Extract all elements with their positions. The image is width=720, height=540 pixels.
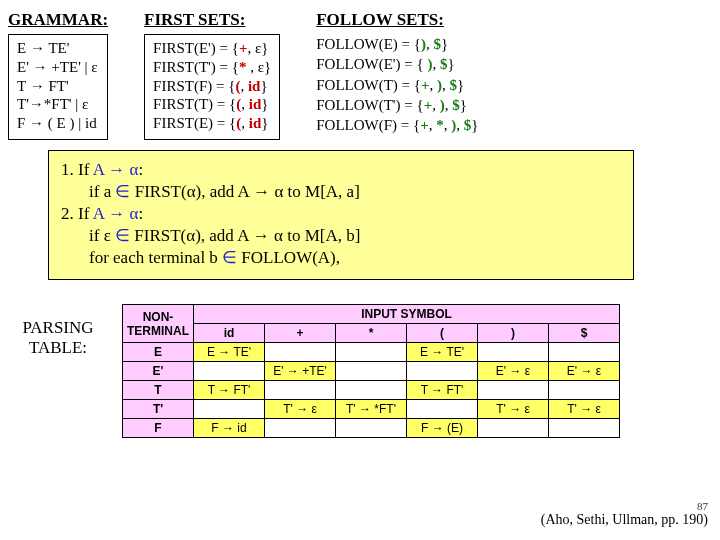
citation: 87 (Aho, Sethi, Ullman, pp. 190): [541, 500, 708, 528]
cell: [336, 343, 407, 362]
rule-line: if ε ∈ FIRST(α), add A → α to M[A, b]: [61, 225, 621, 247]
slide-number: 87: [541, 500, 708, 512]
rules-box: 1. If A → α: if a ∈ FIRST(α), add A → α …: [48, 150, 634, 280]
ptable-col-star: *: [336, 324, 407, 343]
cell: [194, 362, 265, 381]
grammar-rule: E → TE': [17, 39, 99, 58]
grammar-rule: F → ( E ) | id: [17, 114, 99, 133]
cell: [194, 400, 265, 419]
cell: [265, 419, 336, 438]
follow-line: FOLLOW(T) = {+, ), $}: [316, 75, 478, 95]
table-row: F F → id F → (E): [123, 419, 620, 438]
ptable-col-plus: +: [265, 324, 336, 343]
cell: [336, 381, 407, 400]
first-line: FIRST(E') = {+, ε}: [153, 39, 271, 58]
cell: T' → ε: [265, 400, 336, 419]
cell: E' → ε: [478, 362, 549, 381]
cell: E' → +TE': [265, 362, 336, 381]
cell: [265, 381, 336, 400]
parsing-table: NON- TERMINAL INPUT SYMBOL id + * ( ) $ …: [122, 304, 620, 438]
grammar-rule: T → FT': [17, 77, 99, 96]
follow-heading: FOLLOW SETS:: [316, 10, 478, 30]
rule-line: 1. If A → α:: [61, 159, 621, 181]
cell: E → TE': [407, 343, 478, 362]
rule-line: 2. If A → α:: [61, 203, 621, 225]
first-line: FIRST(E) = {(, id}: [153, 114, 271, 133]
grammar-heading: GRAMMAR:: [8, 10, 108, 30]
cell: [336, 362, 407, 381]
cell: [478, 343, 549, 362]
table-row: E E → TE' E → TE': [123, 343, 620, 362]
cell: [407, 400, 478, 419]
first-box: FIRST(E') = {+, ε} FIRST(T') = {* , ε} F…: [144, 34, 280, 140]
follow-line: FOLLOW(E') = { ), $}: [316, 54, 478, 74]
ptable-nt-header: NON- TERMINAL: [123, 305, 194, 343]
grammar-rule: T'→*FT' | ε: [17, 95, 99, 114]
cell: F → id: [194, 419, 265, 438]
first-line: FIRST(T') = {* , ε}: [153, 58, 271, 77]
ptable-col-lparen: (: [407, 324, 478, 343]
rule-line: for each terminal b ∈ FOLLOW(A),: [61, 247, 621, 269]
ptable-col-dollar: $: [549, 324, 620, 343]
first-heading: FIRST SETS:: [144, 10, 280, 30]
cell: [549, 381, 620, 400]
grammar-box: E → TE' E' → +TE' | ε T → FT' T'→*FT' | …: [8, 34, 108, 140]
cell: T → FT': [407, 381, 478, 400]
cell: T' → *FT': [336, 400, 407, 419]
cell: T' → ε: [549, 400, 620, 419]
ptable-col-rparen: ): [478, 324, 549, 343]
table-row: E' E' → +TE' E' → ε E' → ε: [123, 362, 620, 381]
rule-line: if a ∈ FIRST(α), add A → α to M[A, a]: [61, 181, 621, 203]
ptable-input-header: INPUT SYMBOL: [194, 305, 620, 324]
table-row: T' T' → ε T' → *FT' T' → ε T' → ε: [123, 400, 620, 419]
cell: T' → ε: [478, 400, 549, 419]
cell: F → (E): [407, 419, 478, 438]
cell: E → TE': [194, 343, 265, 362]
cell: [549, 419, 620, 438]
follow-line: FOLLOW(E) = {), $}: [316, 34, 478, 54]
table-row: T T → FT' T → FT': [123, 381, 620, 400]
ptable-heading: PARSING TABLE:: [8, 304, 108, 358]
cell: [265, 343, 336, 362]
cell: [407, 362, 478, 381]
follow-col: FOLLOW SETS: FOLLOW(E) = {), $} FOLLOW(E…: [316, 8, 478, 140]
follow-line: FOLLOW(T') = {+, ), $}: [316, 95, 478, 115]
first-line: FIRST(F) = {(, id}: [153, 77, 271, 96]
cell: [336, 419, 407, 438]
ptable-col-id: id: [194, 324, 265, 343]
follow-line: FOLLOW(F) = {+, *, ), $}: [316, 115, 478, 135]
first-line: FIRST(T) = {(, id}: [153, 95, 271, 114]
citation-text: (Aho, Sethi, Ullman, pp. 190): [541, 512, 708, 528]
cell: [478, 419, 549, 438]
grammar-col: GRAMMAR: E → TE' E' → +TE' | ε T → FT' T…: [8, 8, 108, 140]
follow-box: FOLLOW(E) = {), $} FOLLOW(E') = { ), $} …: [316, 34, 478, 135]
cell: E' → ε: [549, 362, 620, 381]
bottom-row: PARSING TABLE: NON- TERMINAL INPUT SYMBO…: [8, 304, 712, 438]
cell: [549, 343, 620, 362]
cell: [478, 381, 549, 400]
first-col: FIRST SETS: FIRST(E') = {+, ε} FIRST(T')…: [144, 8, 280, 140]
cell: T → FT': [194, 381, 265, 400]
top-row: GRAMMAR: E → TE' E' → +TE' | ε T → FT' T…: [8, 8, 712, 140]
grammar-rule: E' → +TE' | ε: [17, 58, 99, 77]
